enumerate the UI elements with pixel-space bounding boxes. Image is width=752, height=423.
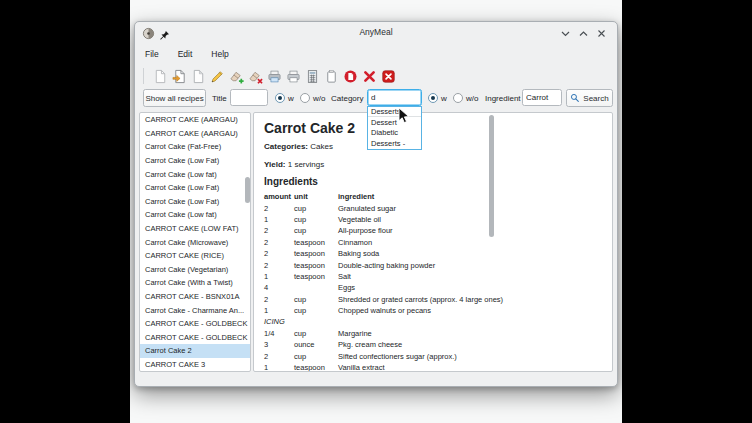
ingredient-row: 1teaspoonVanilla extract: [264, 362, 598, 372]
ingredient-row: 2teaspoonDouble-acting baking powder: [264, 259, 598, 270]
dropdown-item[interactable]: Dessert: [368, 117, 421, 127]
ingredient-filter-label: Ingredient: [485, 89, 521, 107]
list-item[interactable]: CARROT CAKE 3: [140, 358, 250, 372]
calculator-icon[interactable]: [304, 68, 320, 84]
recipe-view: Carrot Cake 2 Categories: Cakes Yield: 1…: [253, 112, 613, 372]
category-without-radio[interactable]: w/o: [453, 89, 478, 107]
eraser-add-icon[interactable]: [228, 68, 244, 84]
title-without-radio[interactable]: w/o: [300, 89, 325, 107]
ingredient-filter-input[interactable]: [522, 89, 562, 106]
radio-dot-icon: [275, 93, 285, 103]
list-item[interactable]: CARROT CAKE (AARGAU): [140, 127, 250, 141]
ingredient-row: 4Eggs: [264, 282, 598, 293]
recipe-title: Carrot Cake 2: [264, 120, 355, 136]
list-item[interactable]: Carrot Cake (Fat-Free): [140, 140, 250, 154]
ingredient-row: 2cupAll-purpose flour: [264, 225, 598, 236]
list-item[interactable]: Carrot Cake (With a Twist): [140, 276, 250, 290]
ingredient-row: 1teaspoonSalt: [264, 271, 598, 282]
new-document-icon[interactable]: [152, 68, 168, 84]
ingredients-table: amount unit ingredient 2cupGranulated su…: [264, 191, 598, 372]
list-item[interactable]: Carrot Cake 2: [140, 344, 250, 358]
list-item[interactable]: Carrot Cake (Low fat): [140, 167, 250, 181]
ingredient-row: 2cupGranulated sugar: [264, 202, 598, 213]
import-document-icon[interactable]: [171, 68, 187, 84]
content-scrollbar[interactable]: [489, 115, 494, 237]
ingredient-row: 1cupChopped walnuts or pecans: [264, 305, 598, 316]
search-button[interactable]: Search: [566, 89, 613, 107]
list-item[interactable]: Carrot Cake - Charmane An...: [140, 303, 250, 317]
list-item[interactable]: CARROT CAKE (AARGAU): [140, 113, 250, 127]
dropdown-item[interactable]: Desserts: [368, 107, 421, 117]
show-all-recipes-button[interactable]: Show all recipes: [143, 89, 206, 107]
desktop: AnyMeal File Edit Help: [130, 0, 622, 423]
title-filter-label: Title: [212, 89, 227, 107]
ingredient-row: 2teaspoonBaking soda: [264, 248, 598, 259]
list-item[interactable]: CARROT CAKE (LOW FAT): [140, 222, 250, 236]
maximize-button[interactable]: [576, 26, 591, 41]
category-filter-label: Category: [331, 89, 363, 107]
ingredient-section-label: ICING: [264, 316, 598, 327]
ingredient-row: 2cupSifted confectioners sugar (approx.): [264, 350, 598, 361]
toolbar-handle[interactable]: [143, 68, 145, 84]
title-filter-input[interactable]: [230, 89, 268, 106]
ingredient-row: 2cupShredded or grated carrots (approx. …: [264, 294, 598, 305]
category-dropdown[interactable]: DessertsDessertDiabeticDesserts -: [367, 106, 422, 150]
radio-circle-icon: [453, 93, 463, 103]
ingredients-table-header: amount unit ingredient: [264, 191, 598, 202]
printer-preview-icon[interactable]: [285, 68, 301, 84]
search-icon: [570, 93, 580, 103]
radio-dot-icon: [428, 93, 438, 103]
list-item[interactable]: CARROT CAKE (RICE): [140, 249, 250, 263]
quit-icon[interactable]: [380, 68, 396, 84]
list-item[interactable]: CARROT CAKE - GOLDBECK: [140, 331, 250, 345]
category-with-radio[interactable]: w: [428, 89, 447, 107]
dropdown-item[interactable]: Desserts -: [368, 138, 421, 148]
ingredients-table-body: 2cupGranulated sugar1cupVegetable oil2cu…: [264, 202, 598, 372]
window-title: AnyMeal: [135, 27, 617, 37]
mouse-cursor: [398, 107, 410, 128]
list-item[interactable]: CARROT CAKE - BSNX01A: [140, 290, 250, 304]
category-filter-input[interactable]: [367, 89, 422, 106]
recipe-yield: Yield: 1 servings: [264, 160, 324, 169]
ingredient-row: 2teaspoonCinnamon: [264, 237, 598, 248]
menu-file[interactable]: File: [142, 47, 162, 61]
recipe-list[interactable]: CARROT CAKE (AARGAU)CARROT CAKE (AARGAU)…: [139, 112, 251, 372]
menu-help[interactable]: Help: [208, 47, 231, 61]
list-scrollbar[interactable]: [245, 177, 250, 203]
pencil-edit-icon[interactable]: [209, 68, 225, 84]
list-item[interactable]: Carrot Cake (Low fat): [140, 208, 250, 222]
list-item[interactable]: Carrot Cake (Microwave): [140, 235, 250, 249]
list-item[interactable]: Carrot Cake (Low Fat): [140, 181, 250, 195]
list-item[interactable]: CARROT CAKE - GOLDBECK: [140, 317, 250, 331]
anymeal-window: AnyMeal File Edit Help: [134, 21, 618, 387]
dropdown-item[interactable]: Diabetic: [368, 128, 421, 138]
printer-icon[interactable]: [266, 68, 282, 84]
abort-icon[interactable]: [342, 68, 358, 84]
radio-circle-icon: [300, 93, 310, 103]
list-item[interactable]: Carrot Cake (Low Fat): [140, 154, 250, 168]
minimize-button[interactable]: [558, 26, 573, 41]
red-cross-icon[interactable]: [361, 68, 377, 84]
titlebar[interactable]: AnyMeal: [135, 22, 617, 44]
recipe-categories: Categories: Cakes: [264, 142, 333, 151]
ingredient-row: 3ouncePkg. cream cheese: [264, 339, 598, 350]
menubar: File Edit Help: [135, 44, 617, 64]
ingredient-row: 1/4cupMargarine: [264, 328, 598, 339]
toolbar: [135, 64, 617, 88]
ingredient-row: 1cupVegetable oil: [264, 214, 598, 225]
title-with-radio[interactable]: w: [275, 89, 294, 107]
close-button[interactable]: [594, 26, 609, 41]
menu-edit[interactable]: Edit: [175, 47, 196, 61]
export-document-icon[interactable]: [190, 68, 206, 84]
clipboard-icon[interactable]: [323, 68, 339, 84]
list-item[interactable]: Carrot Cake (Low Fat): [140, 195, 250, 209]
list-item[interactable]: Carrot Cake (Vegetarian): [140, 263, 250, 277]
ingredients-heading: Ingredients: [264, 176, 318, 187]
eraser-remove-icon[interactable]: [247, 68, 263, 84]
